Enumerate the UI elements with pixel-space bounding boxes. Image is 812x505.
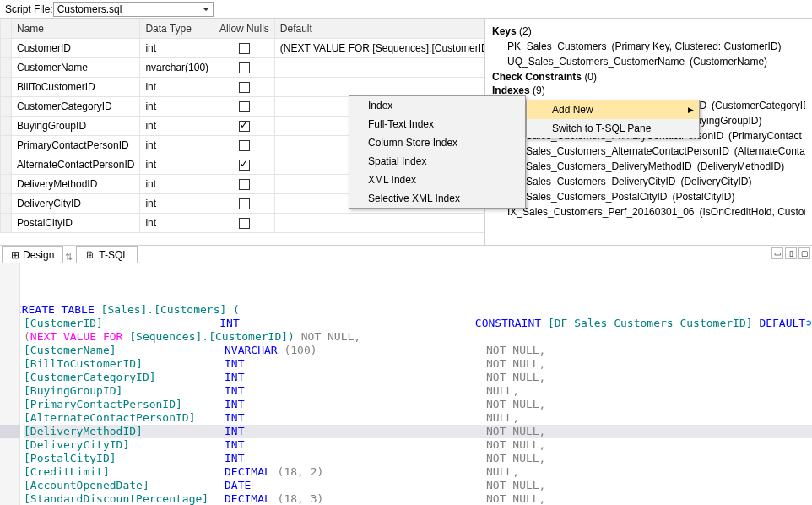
- menu-add-new[interactable]: Add New▶: [527, 100, 699, 119]
- code-line[interactable]: [BillToCustomerID]INTNOT NULL,: [24, 357, 812, 371]
- cell-allow-nulls[interactable]: [214, 97, 275, 117]
- expand-icon[interactable]: ▢: [798, 247, 810, 259]
- code-line[interactable]: [PostalCityID]INTNOT NULL,: [24, 452, 812, 465]
- col-header-type[interactable]: Data Type: [140, 19, 214, 39]
- cell-default[interactable]: [274, 58, 485, 78]
- cell-allow-nulls[interactable]: [214, 58, 275, 78]
- cell-name[interactable]: CustomerName: [12, 58, 140, 78]
- cell-name[interactable]: CustomerID: [12, 39, 140, 58]
- cell-default[interactable]: [274, 214, 485, 233]
- code-line[interactable]: [DeliveryMethodID]INTNOT NULL,: [24, 425, 812, 438]
- menu-item[interactable]: Full-Text Index: [349, 115, 525, 133]
- cell-type[interactable]: int: [140, 136, 214, 155]
- col-header-name[interactable]: Name: [12, 19, 140, 39]
- cell-type[interactable]: int: [140, 117, 214, 136]
- cell-allow-nulls[interactable]: [214, 117, 275, 136]
- menu-item[interactable]: Index: [349, 96, 525, 115]
- context-menu-add-new-submenu: IndexFull-Text IndexColumn Store IndexSp…: [349, 95, 526, 209]
- code-line[interactable]: [CustomerName]NVARCHAR (100)NOT NULL,: [24, 344, 812, 357]
- script-file-bar: Script File: Customers.sql: [0, 0, 812, 19]
- cell-name[interactable]: DeliveryCityID: [12, 194, 140, 214]
- cell-name[interactable]: PrimaryContactPersonID: [12, 136, 140, 155]
- checkbox-icon[interactable]: [239, 121, 250, 132]
- cell-allow-nulls[interactable]: [214, 136, 275, 155]
- cell-type[interactable]: int: [140, 194, 214, 214]
- code-line[interactable]: [AlternateContactPersonID]INTNULL,: [24, 411, 812, 425]
- code-line[interactable]: [CustomerID]INTCONSTRAINT [DF_Sales_Cust…: [24, 317, 812, 330]
- index-item[interactable]: FK_Sales_Customers_DeliveryMethodID(Deli…: [507, 159, 805, 174]
- checkbox-icon[interactable]: [239, 101, 250, 112]
- cell-type[interactable]: int: [140, 214, 214, 233]
- menu-item[interactable]: Selective XML Index: [349, 189, 525, 208]
- cell-type[interactable]: int: [140, 78, 214, 97]
- cell-allow-nulls[interactable]: [214, 214, 275, 233]
- cell-default[interactable]: (NEXT VALUE FOR [Sequences].[CustomerID]…: [274, 39, 485, 58]
- key-item[interactable]: UQ_Sales_Customers_CustomerName(Customer…: [507, 54, 805, 69]
- script-file-value: Customers.sql: [57, 3, 122, 15]
- col-header-default[interactable]: Default: [274, 19, 485, 39]
- checkbox-icon[interactable]: [239, 218, 250, 229]
- tsql-editor[interactable]: ⊟CREATE TABLE [Sales].[Customers] ( [Cus…: [0, 263, 812, 505]
- cell-type[interactable]: int: [140, 39, 214, 58]
- indexes-header[interactable]: Indexes (9): [492, 84, 805, 96]
- swap-icon[interactable]: ⇅: [65, 252, 73, 263]
- code-line[interactable]: [PrimaryContactPersonID]INTNOT NULL,: [24, 398, 812, 411]
- cell-type[interactable]: nvarchar(100): [140, 58, 214, 78]
- index-item[interactable]: FK_Sales_Customers_PostalCityID(PostalCi…: [507, 189, 805, 204]
- checkbox-icon[interactable]: [239, 62, 250, 73]
- table-row[interactable]: CustomerNamenvarchar(100): [1, 58, 486, 78]
- checkbox-icon[interactable]: [239, 43, 250, 54]
- code-line[interactable]: ⊟CREATE TABLE [Sales].[Customers] (: [24, 303, 812, 317]
- menu-item[interactable]: Column Store Index: [349, 133, 525, 152]
- split-v-icon[interactable]: ▯: [785, 247, 797, 259]
- menu-switch-tsql[interactable]: Switch to T-SQL Pane: [527, 119, 699, 138]
- editor-gutter: [0, 263, 20, 505]
- code-line[interactable]: [StandardDiscountPercentage]DECIMAL (18,…: [24, 492, 812, 505]
- cell-allow-nulls[interactable]: [214, 155, 275, 175]
- checkbox-icon[interactable]: [239, 160, 250, 171]
- checkbox-icon[interactable]: [239, 140, 250, 151]
- cell-allow-nulls[interactable]: [214, 78, 275, 97]
- script-file-label: Script File:: [5, 3, 53, 15]
- cell-name[interactable]: CustomerCategoryID: [12, 97, 140, 117]
- tab-tsql[interactable]: 🗎 T-SQL: [76, 246, 138, 263]
- design-icon: ⊞: [11, 249, 19, 261]
- index-item[interactable]: IX_Sales_Customers_Perf_20160301_06(IsOn…: [507, 204, 805, 220]
- menu-item[interactable]: XML Index: [349, 171, 525, 189]
- col-header-nulls[interactable]: Allow Nulls: [214, 19, 275, 39]
- cell-allow-nulls[interactable]: [214, 39, 275, 58]
- checkbox-icon[interactable]: [239, 198, 250, 209]
- table-row[interactable]: PostalCityIDint: [1, 214, 486, 233]
- index-item[interactable]: FK_Sales_Customers_DeliveryCityID(Delive…: [507, 174, 805, 189]
- keys-header[interactable]: Keys (2): [492, 25, 805, 37]
- index-item[interactable]: FK_Sales_Customers_AlternateContactPerso…: [507, 144, 805, 159]
- check-constraints-header[interactable]: Check Constraints (0): [492, 71, 805, 83]
- cell-name[interactable]: PostalCityID: [12, 214, 140, 233]
- cell-name[interactable]: BillToCustomerID: [12, 78, 140, 97]
- cell-type[interactable]: int: [140, 97, 214, 117]
- code-line[interactable]: [CreditLimit]DECIMAL (18, 2)NULL,: [24, 465, 812, 479]
- cell-allow-nulls[interactable]: [214, 175, 275, 194]
- code-line[interactable]: [AccountOpenedDate]DATENOT NULL,: [24, 479, 812, 492]
- cell-default[interactable]: [274, 78, 485, 97]
- tab-design[interactable]: ⊞ Design: [2, 246, 63, 263]
- script-file-dropdown[interactable]: Customers.sql: [53, 2, 214, 17]
- table-row[interactable]: BillToCustomerIDint: [1, 78, 486, 97]
- cell-type[interactable]: int: [140, 175, 214, 194]
- checkbox-icon[interactable]: [239, 179, 250, 190]
- cell-name[interactable]: DeliveryMethodID: [12, 175, 140, 194]
- code-line[interactable]: [DeliveryCityID]INTNOT NULL,: [24, 438, 812, 452]
- checkbox-icon[interactable]: [239, 82, 250, 93]
- cell-allow-nulls[interactable]: [214, 194, 275, 214]
- cell-type[interactable]: int: [140, 155, 214, 175]
- cell-name[interactable]: AlternateContactPersonID: [12, 155, 140, 175]
- code-line[interactable]: [CustomerCategoryID]INTNOT NULL,: [24, 371, 812, 384]
- split-h-icon[interactable]: ▭: [771, 247, 783, 259]
- table-row[interactable]: CustomerIDint(NEXT VALUE FOR [Sequences]…: [1, 39, 486, 58]
- key-item[interactable]: PK_Sales_Customers(Primary Key, Clustere…: [507, 39, 805, 54]
- script-icon: 🗎: [85, 249, 95, 261]
- cell-name[interactable]: BuyingGroupID: [12, 117, 140, 136]
- code-line[interactable]: [BuyingGroupID]INTNULL,: [24, 384, 812, 398]
- code-line[interactable]: (NEXT VALUE FOR [Sequences].[CustomerID]…: [24, 330, 812, 344]
- menu-item[interactable]: Spatial Index: [349, 152, 525, 171]
